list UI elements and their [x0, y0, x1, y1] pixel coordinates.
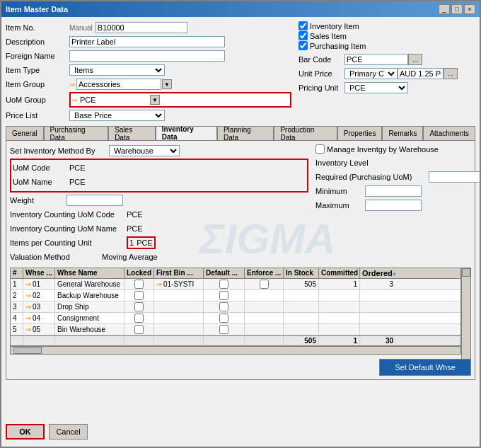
inventory-tab-content: Set Inventory Method By Warehouse UoM Co…	[6, 141, 475, 380]
table-row: 2 ⇒02 Backup Warehouse	[11, 290, 460, 301]
pricing-unit-label: Pricing Unit	[299, 84, 344, 92]
purchasing-item-checkbox[interactable]	[299, 41, 308, 50]
unit-price-input[interactable]	[398, 68, 444, 79]
inv-counting-uom-name-value: PCE	[127, 224, 143, 233]
pricing-unit-select[interactable]: PCE	[344, 82, 408, 93]
locked-1-checkbox[interactable]	[134, 280, 144, 289]
ok-button[interactable]: OK	[6, 424, 45, 440]
h-scrollbar[interactable]	[10, 346, 461, 355]
price-list-label: Price List	[6, 111, 69, 120]
item-type-label: Item Type	[6, 66, 69, 74]
unit-price-btn[interactable]: ...	[444, 68, 458, 79]
default-2-checkbox[interactable]	[219, 291, 228, 300]
tab-sales-data[interactable]: Sales Data	[108, 126, 156, 140]
tab-properties[interactable]: Properties	[337, 126, 383, 140]
default-5-checkbox[interactable]	[219, 325, 228, 334]
set-default-whse-section: Set Default Whse	[10, 359, 471, 376]
cell-ordered-2	[360, 290, 395, 301]
foreign-name-input[interactable]	[69, 50, 225, 62]
cell-enforce-4	[245, 313, 284, 323]
description-input[interactable]	[69, 36, 225, 47]
purchasing-item-label: Purchasing Item	[310, 42, 366, 50]
close-button[interactable]: ×	[464, 4, 475, 14]
header-section: Item No. Manual Description Foreign Name…	[6, 21, 475, 123]
price-list-select[interactable]: Base Price	[69, 110, 165, 121]
minimize-button[interactable]: _	[439, 4, 450, 14]
valuation-label: Valuation Method	[10, 253, 102, 261]
default-3-checkbox[interactable]	[219, 302, 228, 311]
required-input[interactable]	[429, 171, 481, 183]
col-whse-name: Whse Name	[55, 268, 124, 278]
valuation-row: Valuation Method Moving Average	[10, 251, 308, 263]
barcode-btn[interactable]: ...	[408, 54, 422, 65]
cancel-button[interactable]: Cancel	[49, 424, 88, 440]
locked-5-checkbox[interactable]	[134, 325, 144, 334]
cell-whse-name-4: Consignment	[55, 313, 124, 323]
sales-item-checkbox[interactable]	[299, 31, 308, 40]
col-committed: Committed	[319, 268, 360, 278]
maximum-input[interactable]	[365, 200, 422, 211]
inventory-item-label: Inventory Item	[310, 22, 359, 30]
grid-expand-icon[interactable]: ⤢	[393, 270, 395, 277]
main-window: Item Master Data _ □ × Item No. Manual D…	[0, 0, 481, 448]
locked-3-checkbox[interactable]	[134, 302, 144, 311]
cell-in-stock-4	[284, 313, 319, 323]
manage-inv-checkbox[interactable]	[315, 144, 325, 154]
cell-in-stock-1: 505	[284, 279, 319, 289]
cell-locked-3	[124, 301, 154, 312]
manage-inv-label: Manage Inventgy by Warehouse	[327, 145, 439, 154]
barcode-input[interactable]	[344, 54, 408, 65]
cell-whse-name-2: Backup Warehouse	[55, 290, 124, 301]
locked-4-checkbox[interactable]	[134, 314, 144, 323]
cell-default-1	[204, 279, 245, 289]
locked-2-checkbox[interactable]	[134, 291, 144, 300]
uom-group-combo-btn[interactable]: ▼	[150, 95, 160, 105]
item-no-label: Item No.	[6, 23, 69, 32]
item-no-input[interactable]	[95, 22, 187, 33]
default-1-checkbox[interactable]	[219, 280, 228, 289]
default-4-checkbox[interactable]	[219, 314, 228, 323]
tab-general[interactable]: General	[6, 126, 44, 140]
grid-scrollbar[interactable]	[461, 268, 471, 360]
footer-committed: 1	[319, 336, 360, 345]
cell-ordered-3	[360, 301, 395, 312]
row4-arrow-icon: ⇒	[25, 314, 31, 322]
maximize-button[interactable]: □	[451, 4, 463, 14]
tab-purchasing-data[interactable]: Purchasing Data	[44, 126, 109, 140]
cell-ordered-5	[360, 324, 395, 335]
description-label: Description	[6, 38, 69, 46]
window-controls: _ □ ×	[439, 4, 475, 14]
inv-counting-uom-name-label: Inventory Counting UoM Name	[10, 224, 127, 233]
cell-locked-1	[124, 279, 154, 289]
col-in-stock: In Stock	[284, 268, 319, 278]
set-default-whse-button[interactable]: Set Default Whse	[379, 359, 471, 376]
enforce-1-checkbox[interactable]	[260, 280, 269, 289]
cell-num-4: 4	[11, 313, 23, 323]
cell-num-2: 2	[11, 290, 23, 301]
col-enforce: Enforce ...	[245, 268, 284, 278]
item-group-label: Item Group	[6, 80, 69, 88]
inventory-item-checkbox[interactable]	[299, 21, 308, 30]
tab-planning-data[interactable]: Planning Data	[217, 126, 274, 140]
uom-group-input[interactable]	[79, 94, 149, 105]
tab-attachments[interactable]: Attachments	[423, 126, 475, 140]
cell-in-stock-2	[284, 290, 319, 301]
tab-remarks[interactable]: Remarks	[382, 126, 423, 140]
cell-committed-4	[319, 313, 360, 323]
currency-select[interactable]: Primary Curren...	[344, 68, 398, 79]
cell-default-5	[204, 324, 245, 335]
cell-enforce-2	[245, 290, 284, 301]
item-group-combo-btn[interactable]: ▼	[162, 79, 172, 89]
inv-counting-uom-code-row: Inventory Counting UoM Code PCE	[10, 208, 308, 221]
tab-inventory-data[interactable]: Inventory Data	[156, 126, 217, 140]
item-group-input[interactable]	[76, 79, 161, 90]
cell-locked-2	[124, 290, 154, 301]
weight-input[interactable]	[66, 195, 123, 206]
cell-default-4	[204, 313, 245, 323]
barcode-label: Bar Code	[299, 55, 344, 64]
minimum-label: Minimum	[315, 187, 365, 195]
set-inv-method-select[interactable]: Warehouse	[109, 145, 180, 156]
minimum-input[interactable]	[365, 185, 422, 197]
tab-production-data[interactable]: Production Data	[274, 126, 337, 140]
item-type-select[interactable]: Items	[69, 64, 165, 76]
